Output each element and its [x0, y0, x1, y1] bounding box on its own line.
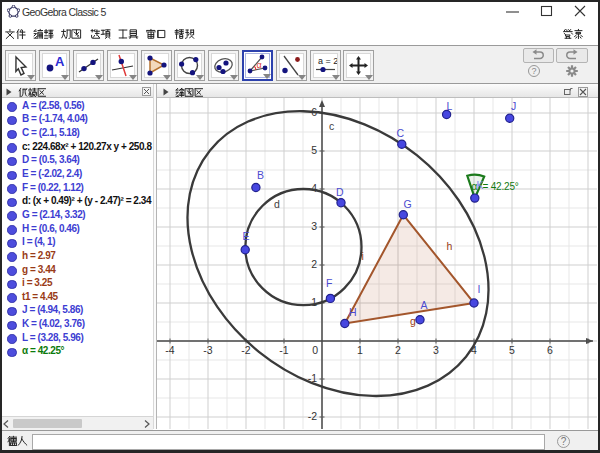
svg-text:1: 1 — [357, 344, 363, 356]
svg-text:1: 1 — [311, 296, 317, 308]
svg-text:0: 0 — [312, 344, 318, 356]
svg-text:J: J — [511, 100, 516, 112]
svg-text:a = 2: a = 2 — [318, 56, 337, 66]
svg-text:3: 3 — [311, 220, 317, 232]
svg-text:F: F — [326, 277, 332, 289]
svg-text:-4: -4 — [165, 344, 174, 356]
svg-text:D: D — [336, 186, 344, 198]
svg-text:A: A — [55, 54, 65, 69]
svg-text:-2: -2 — [308, 410, 317, 422]
svg-text:2: 2 — [311, 258, 317, 270]
svg-text:B: B — [257, 169, 264, 181]
svg-text:E: E — [243, 230, 250, 242]
svg-text:H: H — [349, 306, 356, 318]
svg-text:= 42.25°: = 42.25° — [483, 181, 519, 192]
svg-text:-2: -2 — [241, 344, 250, 356]
svg-text:A: A — [421, 299, 428, 311]
svg-text:c: c — [329, 120, 334, 132]
svg-text:C: C — [397, 127, 405, 139]
svg-text:I: I — [478, 283, 481, 295]
svg-text:5: 5 — [509, 344, 515, 356]
svg-text:-3: -3 — [203, 344, 212, 356]
svg-text:5: 5 — [311, 144, 317, 156]
svg-text:K: K — [477, 179, 484, 191]
svg-text:3: 3 — [433, 344, 439, 356]
svg-text:G: G — [404, 198, 412, 210]
svg-text:g: g — [410, 315, 416, 327]
svg-text:i: i — [362, 250, 364, 262]
svg-text:d: d — [274, 198, 280, 210]
svg-text:L: L — [447, 100, 453, 112]
svg-text:α: α — [256, 60, 261, 70]
svg-text:-1: -1 — [279, 344, 288, 356]
svg-text:2: 2 — [395, 344, 401, 356]
svg-text:h: h — [447, 240, 453, 252]
svg-text:4: 4 — [311, 182, 317, 194]
svg-text:6: 6 — [547, 344, 553, 356]
